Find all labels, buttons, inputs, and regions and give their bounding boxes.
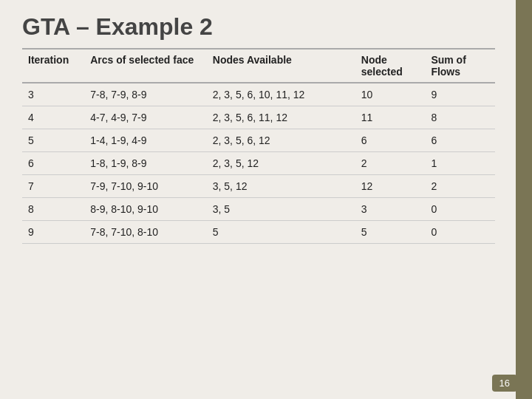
cell-arcs: 1-8, 1-9, 8-9	[84, 152, 207, 175]
cell-sum_flows: 6	[425, 129, 495, 152]
table-row: 51-4, 1-9, 4-92, 3, 5, 6, 1266	[22, 129, 495, 152]
cell-node_selected: 6	[355, 129, 426, 152]
cell-nodes: 2, 3, 5, 12	[207, 152, 355, 175]
table-row: 77-9, 7-10, 9-103, 5, 12122	[22, 175, 495, 198]
cell-node_selected: 11	[355, 106, 426, 129]
table-header-row: Iteration Arcs of selected face Nodes Av…	[22, 49, 495, 83]
cell-nodes: 2, 3, 5, 6, 11, 12	[207, 106, 355, 129]
cell-arcs: 4-7, 4-9, 7-9	[84, 106, 207, 129]
cell-iteration: 3	[22, 83, 84, 106]
table-body: 37-8, 7-9, 8-92, 3, 5, 6, 10, 11, 121094…	[22, 83, 495, 244]
cell-arcs: 7-8, 7-9, 8-9	[84, 83, 207, 106]
cell-sum_flows: 8	[425, 106, 495, 129]
cell-node_selected: 12	[355, 175, 426, 198]
col-header-nodes: Nodes Available	[207, 49, 355, 83]
cell-sum_flows: 2	[425, 175, 495, 198]
cell-iteration: 8	[22, 198, 84, 221]
cell-sum_flows: 0	[425, 221, 495, 244]
cell-iteration: 9	[22, 221, 84, 244]
page: GTA – Example 2 Iteration Arcs of select…	[0, 0, 532, 399]
col-header-sum-flows: Sum of Flows	[425, 49, 495, 83]
cell-arcs: 1-4, 1-9, 4-9	[84, 129, 207, 152]
cell-arcs: 7-8, 7-10, 8-10	[84, 221, 207, 244]
slide-number: 16	[492, 375, 517, 392]
table-row: 97-8, 7-10, 8-10550	[22, 221, 495, 244]
cell-iteration: 7	[22, 175, 84, 198]
right-bar	[516, 0, 532, 399]
table-row: 61-8, 1-9, 8-92, 3, 5, 1221	[22, 152, 495, 175]
cell-node_selected: 10	[355, 83, 426, 106]
cell-nodes: 3, 5, 12	[207, 175, 355, 198]
cell-arcs: 7-9, 7-10, 9-10	[84, 175, 207, 198]
cell-sum_flows: 9	[425, 83, 495, 106]
cell-iteration: 5	[22, 129, 84, 152]
cell-arcs: 8-9, 8-10, 9-10	[84, 198, 207, 221]
cell-nodes: 3, 5	[207, 198, 355, 221]
table-wrapper: Iteration Arcs of selected face Nodes Av…	[0, 48, 532, 244]
col-header-node-selected: Node selected	[355, 49, 426, 83]
cell-nodes: 2, 3, 5, 6, 10, 11, 12	[207, 83, 355, 106]
cell-iteration: 6	[22, 152, 84, 175]
cell-node_selected: 5	[355, 221, 426, 244]
table-row: 44-7, 4-9, 7-92, 3, 5, 6, 11, 12118	[22, 106, 495, 129]
col-header-arcs: Arcs of selected face	[84, 49, 207, 83]
cell-sum_flows: 0	[425, 198, 495, 221]
cell-node_selected: 2	[355, 152, 426, 175]
cell-node_selected: 3	[355, 198, 426, 221]
cell-sum_flows: 1	[425, 152, 495, 175]
data-table: Iteration Arcs of selected face Nodes Av…	[22, 48, 495, 244]
col-header-iteration: Iteration	[22, 49, 84, 83]
table-row: 88-9, 8-10, 9-103, 530	[22, 198, 495, 221]
cell-iteration: 4	[22, 106, 84, 129]
page-title: GTA – Example 2	[0, 0, 532, 48]
cell-nodes: 5	[207, 221, 355, 244]
cell-nodes: 2, 3, 5, 6, 12	[207, 129, 355, 152]
table-row: 37-8, 7-9, 8-92, 3, 5, 6, 10, 11, 12109	[22, 83, 495, 106]
